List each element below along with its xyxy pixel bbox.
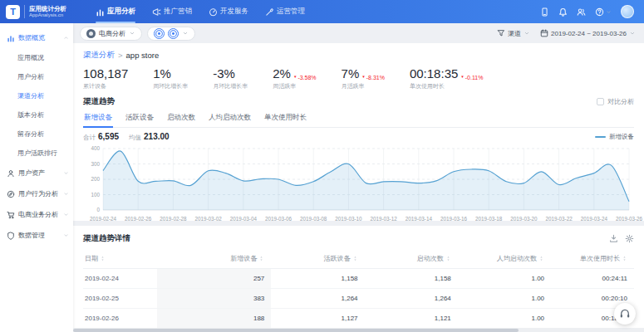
legend-item[interactable]: 新增设备	[595, 133, 634, 141]
x-axis-tick: 2019-03-22	[545, 216, 572, 222]
table-header-1[interactable]: 新增设备	[157, 249, 271, 269]
user-avatar[interactable]	[621, 5, 634, 18]
top-nav-item-0[interactable]: 应用分析	[87, 0, 144, 23]
top-nav-item-1[interactable]: 推广营销	[144, 0, 200, 23]
app-selector[interactable]: 电商分析	[80, 27, 142, 41]
table-cell: 00:24:11	[551, 269, 634, 289]
column-label: 活跃设备	[324, 254, 351, 263]
table-header-0[interactable]: 日期	[83, 249, 157, 269]
x-axis-tick: 2019-03-14	[406, 216, 432, 222]
table-header-5[interactable]: 单次使用时长	[551, 249, 634, 269]
table-cell: 188	[157, 309, 271, 329]
settings-icon[interactable]	[625, 234, 634, 243]
chevron-down-icon	[524, 30, 530, 37]
ios-platform-icon	[154, 28, 165, 39]
table-cell: 1.00	[458, 269, 551, 289]
bar-chart-icon	[7, 34, 15, 42]
sidebar: 数据概览应用概况用户分析渠道分析版本分析留存分析用户活跃排行用户资产用户行为分析…	[0, 23, 73, 332]
nav-item-label: 运营管理	[277, 7, 305, 17]
metric-value: -3%	[213, 66, 235, 81]
table-header-4[interactable]: 人均启动次数	[458, 249, 551, 269]
platform-selector[interactable]	[147, 27, 195, 41]
mobile-button[interactable]	[540, 7, 549, 17]
sidebar-group-0[interactable]: 数据概览	[0, 27, 73, 48]
app-logo: T	[6, 5, 20, 19]
table-header-3[interactable]: 启动次数	[365, 249, 458, 269]
sidebar-item-0-0[interactable]: 应用概况	[0, 48, 73, 67]
x-axis-tick: 2019-03-10	[335, 216, 361, 222]
channel-filter[interactable]: 渠道	[497, 29, 530, 38]
date-range-picker[interactable]: 2019-02-24 ~ 2019-03-26	[540, 29, 636, 37]
breadcrumb: 渠道分析 > app store	[83, 48, 634, 65]
metric-label: 周环比增长率	[153, 82, 188, 90]
trend-tab-4[interactable]: 单次使用时长	[263, 110, 307, 127]
app-selector-label: 电商分析	[99, 29, 125, 38]
compare-checkbox[interactable]: 对比分析	[597, 97, 634, 106]
compare-label: 对比分析	[607, 97, 634, 106]
breadcrumb-parent-link[interactable]: 渠道分析	[83, 50, 115, 61]
top-nav-item-2[interactable]: 开发服务	[200, 0, 257, 23]
chevron-down-icon	[63, 232, 69, 238]
bar-chart-icon	[96, 7, 105, 17]
x-axis-tick: 2019-03-26	[616, 216, 642, 222]
sidebar-item-0-1[interactable]: 用户分析	[0, 67, 73, 86]
detail-table: 日期新增设备活跃设备启动次数人均启动次数单次使用时长 2019-02-24257…	[83, 249, 634, 332]
sidebar-group-4[interactable]: 数据管理	[0, 225, 73, 246]
megaphone-icon	[152, 7, 161, 17]
table-row-0: 2019-02-242571,1581,1581.0000:24:11	[83, 269, 634, 289]
scrollbar-thumb[interactable]	[73, 329, 519, 332]
metric-value: 00:18:35	[410, 66, 458, 81]
sidebar-group-label: 电商业务分析	[18, 210, 60, 219]
metric-2: -3%月环比增长率	[213, 66, 248, 90]
trend-tab-1[interactable]: 活跃设备	[125, 110, 155, 127]
checkbox-icon	[597, 98, 604, 105]
sidebar-item-0-4[interactable]: 留存分析	[0, 124, 73, 144]
table-cell: 1,264	[271, 289, 364, 309]
app-title: 应用统计分析	[29, 5, 66, 12]
sidebar-group-1[interactable]: 用户资产	[0, 163, 73, 183]
sidebar-item-0-3[interactable]: 版本分析	[0, 105, 73, 124]
user-icon	[7, 169, 15, 178]
sidebar-group-label: 数据管理	[18, 231, 60, 240]
table-cell: 1.00	[458, 309, 551, 329]
metric-delta-value: -3.58%	[297, 75, 316, 81]
trend-tab-3[interactable]: 人均启动次数	[208, 110, 252, 127]
sidebar-group-2[interactable]: 用户行为分析	[0, 183, 73, 204]
table-cell: 383	[157, 289, 271, 309]
team-button[interactable]	[577, 7, 586, 17]
toolbar-right: 渠道 2019-02-24 ~ 2019-03-26	[497, 29, 636, 38]
svg-text:300: 300	[91, 161, 100, 167]
export-icon[interactable]	[609, 234, 618, 243]
legend-line-marker	[595, 136, 606, 138]
table-actions	[609, 234, 634, 243]
metric-label: 累计设备	[83, 82, 128, 90]
brand: T 应用统计分析 AppAnalysis.cn	[0, 5, 86, 19]
sidebar-group-3[interactable]: 电商业务分析	[0, 204, 73, 225]
trend-chart[interactable]: 0100200300400 2019-02-242019-02-262019-0…	[83, 144, 634, 224]
sidebar-item-0-2[interactable]: 渠道分析	[0, 86, 73, 105]
top-nav-item-3[interactable]: 运营管理	[257, 0, 313, 23]
help-button[interactable]	[595, 7, 612, 17]
arrow-down-icon: ▼	[361, 76, 365, 80]
arrow-down-icon: ▼	[460, 76, 464, 80]
sidebar-item-0-5[interactable]: 用户活跃排行	[0, 144, 73, 163]
bell-button[interactable]	[558, 7, 568, 17]
x-axis-tick: 2019-03-12	[370, 216, 396, 222]
table-cell: 1,127	[271, 309, 364, 329]
metric-label: 月活跃率	[342, 82, 385, 90]
calendar-icon	[540, 29, 548, 37]
sort-icon	[258, 256, 264, 261]
x-axis-tick: 2019-02-24	[90, 216, 116, 222]
metric-value: 2%	[273, 66, 291, 81]
metric-delta-value: -0.11%	[465, 75, 484, 81]
x-axis-tick: 2019-03-08	[300, 216, 327, 222]
svg-text:400: 400	[91, 145, 100, 151]
table-header-2[interactable]: 活跃设备	[271, 249, 364, 269]
breadcrumb-current: app store	[126, 51, 160, 60]
customer-support-button[interactable]	[614, 303, 636, 325]
x-axis-tick: 2019-02-28	[160, 216, 186, 222]
trend-tab-0[interactable]: 新增设备	[83, 110, 113, 127]
table-row-2: 2019-02-261881,1271,1211.0000:18:41	[83, 309, 634, 329]
trend-tab-2[interactable]: 启动次数	[166, 110, 196, 127]
funnel-icon	[497, 29, 505, 37]
